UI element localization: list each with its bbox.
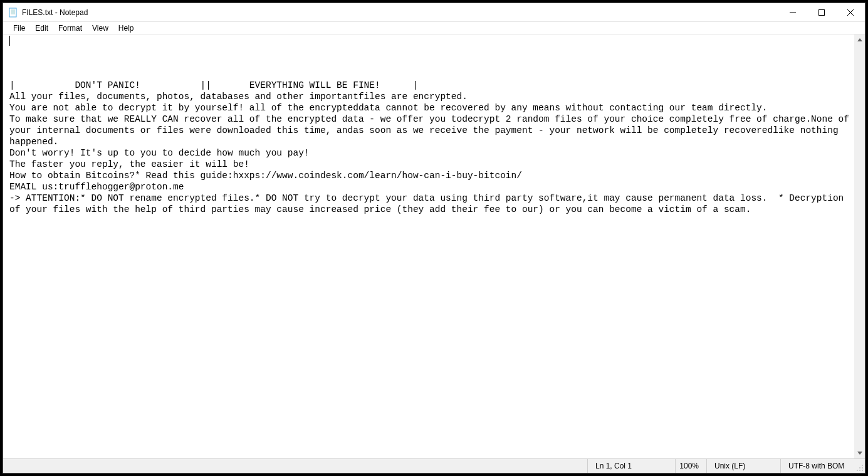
scroll-up-arrow-icon[interactable] — [854, 34, 865, 45]
notepad-window: FILES.txt - Notepad File Edit Format Vie… — [3, 3, 865, 473]
text-editor[interactable]: | DON'T PANIC! || EVERYTHING WILL BE FIN… — [3, 34, 865, 458]
notepad-icon — [8, 8, 18, 18]
menubar: File Edit Format View Help — [3, 22, 865, 34]
menu-view[interactable]: View — [87, 23, 113, 34]
scroll-down-arrow-icon[interactable] — [854, 448, 865, 458]
window-controls — [778, 3, 865, 21]
svg-point-16 — [857, 470, 858, 471]
svg-rect-6 — [819, 9, 825, 15]
menu-format[interactable]: Format — [53, 23, 87, 34]
minimize-button[interactable] — [778, 3, 807, 21]
svg-point-15 — [859, 470, 860, 471]
status-encoding: UTF-8 with BOM — [780, 459, 854, 473]
document-text[interactable]: | DON'T PANIC! || EVERYTHING WILL BE FIN… — [4, 68, 864, 215]
vertical-scrollbar[interactable] — [854, 34, 865, 458]
status-line-ending: Unix (LF) — [706, 459, 780, 473]
svg-marker-10 — [857, 452, 862, 455]
maximize-button[interactable] — [807, 3, 836, 21]
svg-point-14 — [862, 470, 863, 471]
titlebar[interactable]: FILES.txt - Notepad — [3, 3, 865, 22]
menu-edit[interactable]: Edit — [30, 23, 53, 34]
status-zoom: 100% — [675, 459, 706, 473]
menu-file[interactable]: File — [8, 23, 30, 34]
scrollbar-track-area[interactable] — [854, 45, 865, 448]
close-button[interactable] — [836, 3, 865, 21]
svg-point-13 — [859, 467, 860, 468]
window-title: FILES.txt - Notepad — [22, 8, 778, 17]
statusbar: Ln 1, Col 1 100% Unix (LF) UTF-8 with BO… — [3, 458, 865, 473]
menu-help[interactable]: Help — [113, 23, 139, 34]
text-caret — [9, 36, 10, 46]
svg-marker-9 — [857, 38, 862, 41]
svg-point-11 — [862, 465, 863, 466]
svg-point-12 — [862, 467, 863, 468]
resize-grip-icon[interactable] — [854, 459, 865, 473]
status-cursor-position: Ln 1, Col 1 — [587, 459, 675, 473]
